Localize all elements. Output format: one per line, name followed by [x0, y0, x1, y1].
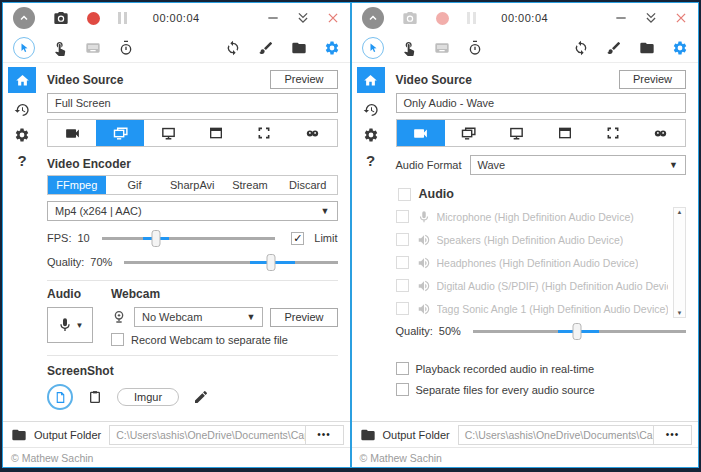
- record-button[interactable]: [436, 12, 449, 25]
- source-novideo-icon[interactable]: [637, 120, 685, 146]
- cursor-toggle-button[interactable]: [13, 37, 35, 59]
- source-screen-icon[interactable]: [144, 120, 192, 146]
- list-item[interactable]: Speakers (High Definition Audio Device): [396, 228, 669, 251]
- screenshot-camera-button[interactable]: [402, 10, 418, 26]
- sidebar-home-button[interactable]: [357, 67, 385, 93]
- open-folder-button[interactable]: [639, 40, 655, 56]
- list-item[interactable]: Microphone (High Definition Audio Device…: [396, 205, 669, 228]
- source-window-icon[interactable]: [192, 120, 240, 146]
- sidebar-settings-button[interactable]: [363, 127, 379, 143]
- webcam-select[interactable]: No Webcam ▼: [134, 307, 263, 327]
- video-source-select[interactable]: Only Audio - Wave: [396, 93, 687, 113]
- tab-gif[interactable]: Gif: [106, 176, 164, 194]
- close-button[interactable]: [326, 11, 340, 25]
- tab-stream[interactable]: Stream: [221, 176, 279, 194]
- expand-up-button[interactable]: [13, 7, 35, 29]
- refresh-button[interactable]: [573, 40, 589, 56]
- titlebar: 00:00:04: [352, 3, 699, 33]
- record-button[interactable]: [87, 12, 100, 25]
- device-checkbox[interactable]: [396, 279, 409, 292]
- tab-sharpavi[interactable]: SharpAvi: [163, 176, 221, 194]
- cursor-toggle-button[interactable]: [362, 37, 384, 59]
- pause-button[interactable]: [118, 12, 127, 24]
- device-checkbox[interactable]: [396, 233, 409, 246]
- delay-timer-button[interactable]: [118, 40, 134, 56]
- output-folder-path-field[interactable]: C:\Users\ashis\OneDrive\Documents\Captur…: [109, 425, 305, 445]
- webcam-value: No Webcam: [142, 311, 202, 323]
- open-folder-button[interactable]: [291, 40, 307, 56]
- collapse-double-chevron-button[interactable]: [296, 11, 310, 25]
- screenshot-camera-button[interactable]: [53, 10, 69, 26]
- codec-select[interactable]: Mp4 (x264 | AAC) ▼: [47, 201, 338, 221]
- source-window-icon[interactable]: [541, 120, 589, 146]
- source-videocam-icon[interactable]: [397, 120, 445, 146]
- chevron-down-icon: ▼: [76, 321, 84, 330]
- video-source-select[interactable]: Full Screen: [47, 93, 338, 113]
- browse-folder-button[interactable]: •••: [654, 425, 692, 445]
- refresh-button[interactable]: [225, 40, 241, 56]
- sidebar-help-button[interactable]: ?: [366, 152, 375, 169]
- minimize-button[interactable]: [614, 11, 628, 25]
- source-region-icon[interactable]: [240, 120, 288, 146]
- tab-ffmpeg[interactable]: FFmpeg: [48, 176, 106, 194]
- sidebar-history-button[interactable]: [14, 102, 30, 118]
- edit-pencil-button[interactable]: [193, 389, 209, 405]
- copyright-text: © Mathew Sachin: [352, 447, 699, 467]
- tab-discard[interactable]: Discard: [279, 176, 337, 194]
- expand-up-button[interactable]: [362, 7, 384, 29]
- imgur-button[interactable]: Imgur: [117, 388, 179, 406]
- settings-gear-button[interactable]: [672, 40, 688, 56]
- list-item[interactable]: Digital Audio (S/PDIF) (High Definition …: [396, 274, 669, 297]
- keystrokes-toggle-button[interactable]: [85, 40, 101, 56]
- speaker-icon: [417, 256, 431, 270]
- minimize-button[interactable]: [266, 11, 280, 25]
- keystrokes-toggle-button[interactable]: [434, 40, 450, 56]
- record-webcam-separate-label: Record Webcam to separate file: [131, 334, 288, 346]
- screenshot-disk-button[interactable]: [47, 384, 73, 410]
- mouse-clicks-toggle-button[interactable]: [401, 40, 417, 56]
- source-videocam-icon[interactable]: [48, 120, 96, 146]
- sidebar-home-button[interactable]: [8, 67, 36, 93]
- scroll-down-icon[interactable]: ▼: [677, 310, 683, 316]
- device-checkbox[interactable]: [396, 210, 409, 223]
- annotate-pen-button[interactable]: [258, 40, 274, 56]
- close-button[interactable]: [674, 11, 688, 25]
- annotate-pen-button[interactable]: [606, 40, 622, 56]
- scrollbar[interactable]: ▲ ▼: [673, 207, 686, 318]
- source-fullscreen-icon[interactable]: [445, 120, 493, 146]
- device-checkbox[interactable]: [396, 256, 409, 269]
- device-checkbox[interactable]: [396, 302, 409, 315]
- source-screen-icon[interactable]: [493, 120, 541, 146]
- screenshot-clipboard-button[interactable]: [87, 389, 103, 405]
- quality-slider[interactable]: [124, 253, 337, 271]
- collapse-double-chevron-button[interactable]: [644, 11, 658, 25]
- separate-files-checkbox[interactable]: [396, 383, 409, 396]
- audio-mic-dropdown-button[interactable]: ▼: [47, 307, 93, 343]
- list-item[interactable]: Tagg Sonic Angle 1 (High Definition Audi…: [396, 297, 669, 320]
- list-item[interactable]: Headphones (High Definition Audio Device…: [396, 251, 669, 274]
- mouse-clicks-toggle-button[interactable]: [52, 40, 68, 56]
- fps-slider[interactable]: [102, 229, 276, 247]
- limit-checkbox[interactable]: ✓: [291, 232, 304, 245]
- scroll-up-icon[interactable]: ▲: [677, 209, 683, 215]
- source-novideo-icon[interactable]: [288, 120, 336, 146]
- sidebar-help-button[interactable]: ?: [17, 152, 26, 169]
- sidebar-history-button[interactable]: [363, 102, 379, 118]
- audio-master-checkbox[interactable]: [398, 188, 411, 201]
- record-webcam-separate-checkbox[interactable]: [111, 333, 124, 346]
- preview-button[interactable]: Preview: [270, 70, 337, 89]
- settings-gear-button[interactable]: [324, 40, 340, 56]
- source-region-icon[interactable]: [589, 120, 637, 146]
- source-fullscreen-icon[interactable]: [96, 120, 144, 146]
- output-folder-path-field[interactable]: C:\Users\ashis\OneDrive\Documents\Captur…: [458, 425, 654, 445]
- audio-quality-slider[interactable]: [473, 322, 686, 340]
- pause-button[interactable]: [467, 12, 476, 24]
- quality-label: Quality:: [396, 325, 433, 337]
- sidebar-settings-button[interactable]: [14, 127, 30, 143]
- webcam-preview-button[interactable]: Preview: [270, 308, 337, 327]
- audio-format-select[interactable]: Wave ▼: [470, 155, 686, 175]
- delay-timer-button[interactable]: [467, 40, 483, 56]
- playback-realtime-checkbox[interactable]: [396, 362, 409, 375]
- preview-button[interactable]: Preview: [619, 70, 686, 89]
- browse-folder-button[interactable]: •••: [306, 425, 344, 445]
